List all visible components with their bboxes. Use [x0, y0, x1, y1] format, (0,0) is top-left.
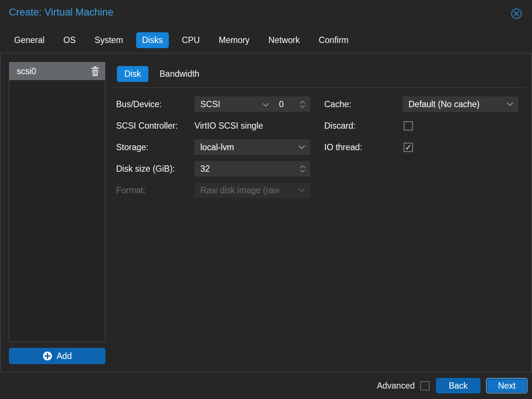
format-label: Format: [116, 182, 145, 198]
io-thread-checkbox[interactable]: ✓ [404, 143, 413, 152]
back-button[interactable]: Back [436, 378, 480, 393]
plus-circle-icon [43, 351, 52, 361]
disk-size-label: Disk size (GiB): [116, 161, 175, 177]
spinner-icon[interactable] [300, 165, 310, 173]
bus-device-field: SCSI 0 [194, 96, 310, 112]
cache-label: Cache: [324, 96, 351, 112]
tab-memory[interactable]: Memory [213, 32, 256, 48]
close-icon[interactable] [510, 8, 522, 20]
storage-select[interactable]: local-lvm [194, 139, 310, 155]
format-value: Raw disk image (raw [194, 185, 298, 195]
discard-checkbox[interactable] [404, 121, 413, 131]
next-button[interactable]: Next [486, 378, 528, 393]
delete-disk-icon[interactable] [91, 66, 100, 76]
disk-list: scsi0 [9, 62, 105, 342]
tab-system[interactable]: System [89, 32, 129, 48]
device-number-input[interactable]: 0 [269, 96, 310, 112]
dialog-title: Create: Virtual Machine [9, 7, 114, 18]
bus-select-value: SCSI [194, 99, 262, 109]
check-icon: ✓ [405, 144, 411, 152]
device-number-value: 0 [269, 99, 300, 109]
tab-disks[interactable]: Disks [136, 32, 169, 48]
chevron-down-icon[interactable] [298, 145, 310, 149]
spinner-icon[interactable] [300, 100, 310, 108]
chevron-down-icon[interactable] [262, 99, 269, 109]
subtab-separator [111, 88, 527, 88]
storage-label: Storage: [116, 139, 148, 155]
chevron-down-icon[interactable] [506, 102, 518, 106]
tab-general[interactable]: General [8, 32, 50, 48]
disk-size-input[interactable]: 32 [194, 161, 310, 177]
disk-item-label: scsi0 [17, 66, 91, 76]
advanced-checkbox[interactable] [420, 381, 430, 390]
subtab-bandwidth[interactable]: Bandwidth [152, 66, 207, 82]
bus-device-label: Bus/Device: [116, 96, 162, 112]
dialog-footer: Advanced Back Next [0, 372, 532, 399]
wizard-tab-bar: General OS System Disks CPU Memory Netwo… [8, 32, 361, 49]
discard-label: Discard: [324, 118, 355, 133]
add-button-label: Add [57, 351, 72, 361]
advanced-label: Advanced [377, 381, 415, 391]
storage-value: local-lvm [194, 142, 298, 152]
io-thread-label: IO thread: [324, 139, 362, 155]
chevron-down-icon [298, 188, 310, 192]
scsi-controller-label: SCSI Controller: [116, 118, 178, 133]
tab-confirm[interactable]: Confirm [313, 32, 355, 48]
format-select-disabled: Raw disk image (raw [194, 182, 310, 198]
tab-network[interactable]: Network [263, 32, 306, 48]
tab-cpu[interactable]: CPU [176, 32, 206, 48]
cache-select[interactable]: Default (No cache) [403, 96, 518, 112]
cache-value: Default (No cache) [403, 99, 506, 109]
bus-select[interactable]: SCSI [194, 96, 269, 112]
scsi-controller-value: VirtIO SCSI single [194, 118, 263, 133]
subtab-disk[interactable]: Disk [117, 66, 148, 82]
disk-size-value: 32 [194, 164, 300, 174]
tab-os[interactable]: OS [58, 32, 82, 48]
disk-list-item-scsi0[interactable]: scsi0 [9, 62, 105, 80]
add-disk-button[interactable]: Add [9, 348, 105, 364]
